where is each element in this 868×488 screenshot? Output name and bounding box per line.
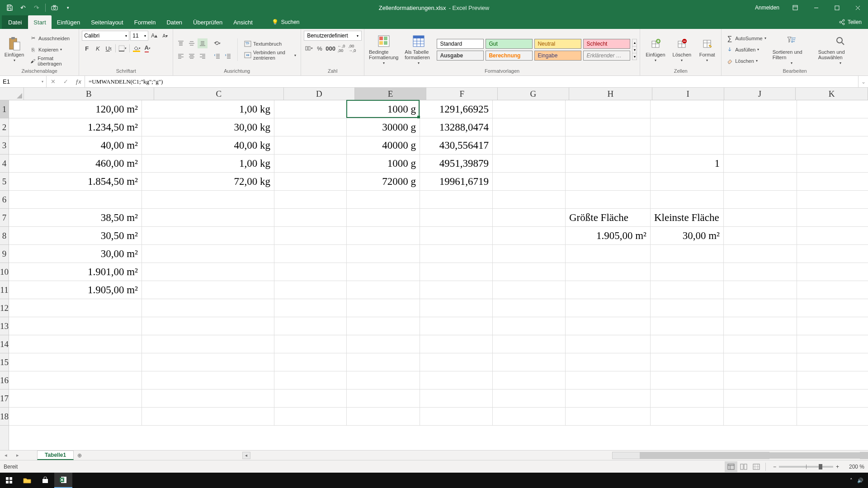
cell-I12[interactable] xyxy=(651,299,724,317)
decrease-indent-icon[interactable] xyxy=(212,51,222,61)
cell-J3[interactable] xyxy=(724,136,797,155)
row-header-11[interactable]: 11 xyxy=(0,281,9,299)
signin-link[interactable]: Anmelden xyxy=(750,0,785,15)
column-header-B[interactable]: B xyxy=(24,88,154,100)
select-all-corner[interactable] xyxy=(0,88,24,100)
cell-B8[interactable]: 30,50 m² xyxy=(9,227,142,245)
find-select-button[interactable]: Suchen und Auswählen▾ xyxy=(816,33,865,66)
column-header-D[interactable]: D xyxy=(284,88,355,100)
tab-einfuegen[interactable]: Einfügen xyxy=(52,15,85,29)
cell-J9[interactable] xyxy=(724,245,797,263)
cell-C18[interactable] xyxy=(142,408,274,426)
cell-H16[interactable] xyxy=(566,371,651,389)
cell-D12[interactable] xyxy=(274,299,347,317)
page-break-view-icon[interactable] xyxy=(750,461,763,472)
horizontal-scrollbar[interactable]: ◂ ▸ xyxy=(85,450,868,460)
cell-J15[interactable] xyxy=(724,353,797,371)
cell-K4[interactable] xyxy=(797,155,868,173)
start-button[interactable] xyxy=(0,473,18,488)
cell-K18[interactable] xyxy=(797,408,868,426)
cell-E17[interactable] xyxy=(347,389,420,408)
cell-I18[interactable] xyxy=(651,408,724,426)
cell-H17[interactable] xyxy=(566,389,651,408)
percent-icon[interactable]: % xyxy=(315,43,325,53)
cell-K1[interactable] xyxy=(797,100,868,118)
column-header-H[interactable]: H xyxy=(569,88,652,100)
format-painter-button[interactable]: 🖌Format übertragen xyxy=(28,56,76,66)
cell-E9[interactable] xyxy=(347,245,420,263)
camera-icon[interactable] xyxy=(48,2,60,14)
tab-ansicht[interactable]: Ansicht xyxy=(228,15,258,29)
cell-F10[interactable] xyxy=(420,263,493,281)
italic-icon[interactable]: K xyxy=(93,43,103,53)
cell-styles-gallery[interactable]: Standard Ausgabe Gut Berechnung Neutral … xyxy=(437,39,630,61)
cell-H6[interactable] xyxy=(566,191,651,209)
cell-C1[interactable]: 1,00 kg xyxy=(142,100,274,118)
cell-G3[interactable] xyxy=(493,136,566,155)
cell-B2[interactable]: 1.234,50 m² xyxy=(9,118,142,136)
cell-I2[interactable] xyxy=(651,118,724,136)
style-ausgabe[interactable]: Ausgabe xyxy=(437,51,484,61)
redo-icon[interactable]: ↷ xyxy=(31,2,42,14)
column-header-K[interactable]: K xyxy=(796,88,868,100)
cell-K2[interactable] xyxy=(797,118,868,136)
cell-E6[interactable] xyxy=(347,191,420,209)
row-header-12[interactable]: 12 xyxy=(0,299,9,317)
cell-I16[interactable] xyxy=(651,371,724,389)
cell-I17[interactable] xyxy=(651,389,724,408)
align-right-icon[interactable] xyxy=(198,51,208,61)
cell-J11[interactable] xyxy=(724,281,797,299)
cell-E5[interactable]: 72000 g xyxy=(347,173,420,191)
row-header-9[interactable]: 9 xyxy=(0,245,9,263)
decrease-font-icon[interactable]: A▾ xyxy=(160,31,170,41)
cancel-formula-icon[interactable]: ✕ xyxy=(47,76,59,87)
cell-K14[interactable] xyxy=(797,335,868,353)
undo-icon[interactable]: ↶ xyxy=(17,2,29,14)
fill-button[interactable]: Ausfüllen▾ xyxy=(724,45,768,55)
cell-H11[interactable] xyxy=(566,281,651,299)
cell-J7[interactable] xyxy=(724,209,797,227)
cell-I6[interactable] xyxy=(651,191,724,209)
cell-D16[interactable] xyxy=(274,371,347,389)
page-layout-view-icon[interactable] xyxy=(737,461,750,472)
cell-E13[interactable] xyxy=(347,317,420,335)
cell-C4[interactable]: 1,00 kg xyxy=(142,155,274,173)
cell-K3[interactable] xyxy=(797,136,868,155)
column-header-E[interactable]: E xyxy=(355,88,427,100)
autosum-button[interactable]: ∑AutoSumme▾ xyxy=(724,33,768,43)
tell-me[interactable]: 💡 Suchen xyxy=(272,15,300,29)
cell-C8[interactable] xyxy=(142,227,274,245)
fill-color-icon[interactable]: ▾ xyxy=(132,43,142,53)
cell-B9[interactable]: 30,00 m² xyxy=(9,245,142,263)
sort-filter-button[interactable]: Sortieren und Filtern▾ xyxy=(770,33,814,66)
cell-K12[interactable] xyxy=(797,299,868,317)
cell-B11[interactable]: 1.905,00 m² xyxy=(9,281,142,299)
cell-H13[interactable] xyxy=(566,317,651,335)
cell-B3[interactable]: 40,00 m² xyxy=(9,136,142,155)
cell-G2[interactable] xyxy=(493,118,566,136)
cell-H15[interactable] xyxy=(566,353,651,371)
decrease-decimal-icon[interactable]: ,00→,0 xyxy=(347,43,357,53)
cell-D13[interactable] xyxy=(274,317,347,335)
cell-C15[interactable] xyxy=(142,353,274,371)
cell-H3[interactable] xyxy=(566,136,651,155)
cell-E8[interactable] xyxy=(347,227,420,245)
cell-J12[interactable] xyxy=(724,299,797,317)
cell-G7[interactable] xyxy=(493,209,566,227)
cell-B16[interactable] xyxy=(9,371,142,389)
increase-font-icon[interactable]: A▴ xyxy=(149,31,159,41)
tab-formeln[interactable]: Formeln xyxy=(129,15,161,29)
cell-H10[interactable] xyxy=(566,263,651,281)
cell-J10[interactable] xyxy=(724,263,797,281)
zoom-control[interactable]: − + 200 % xyxy=(773,464,864,470)
copy-button[interactable]: ⎘Kopieren▾ xyxy=(28,45,76,55)
cell-K6[interactable] xyxy=(797,191,868,209)
row-header-15[interactable]: 15 xyxy=(0,353,9,371)
name-box[interactable]: E1▾ xyxy=(0,76,47,87)
column-header-J[interactable]: J xyxy=(724,88,796,100)
cell-D17[interactable] xyxy=(274,389,347,408)
cell-K15[interactable] xyxy=(797,353,868,371)
font-color-icon[interactable]: A▾ xyxy=(142,43,152,53)
tab-start[interactable]: Start xyxy=(28,15,51,29)
cell-D4[interactable] xyxy=(274,155,347,173)
